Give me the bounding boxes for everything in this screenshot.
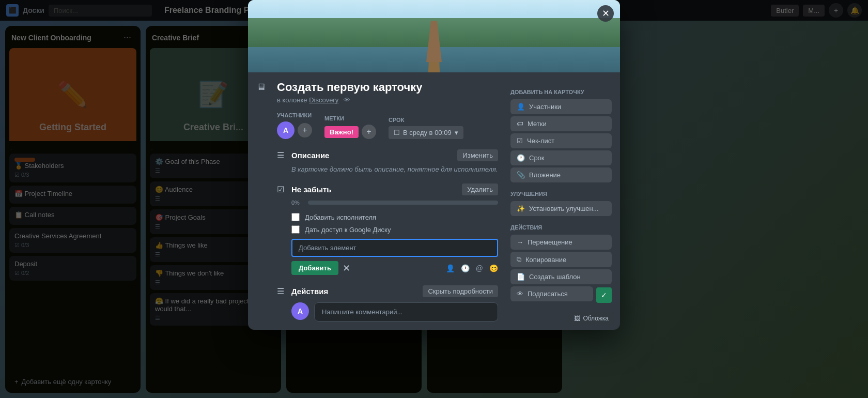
tag-icon: 🏷	[517, 120, 523, 128]
comment-input[interactable]	[314, 302, 498, 322]
subscribe-check-button[interactable]: ✓	[596, 287, 612, 303]
modal-overlay[interactable]: ✕ 🖼 Обложка 🖥 Создать первую карточку в …	[0, 0, 868, 398]
attachment-icon: 📎	[517, 171, 525, 179]
checklist-item-text-1: Добавить исполнителя	[305, 213, 376, 221]
add-participant-button[interactable]: +	[298, 123, 312, 137]
due-section: СРОК ☐ В среду в 00:09 ▾	[389, 117, 463, 139]
due-label: СРОК	[389, 117, 463, 123]
labels-value: Важно! +	[324, 125, 376, 139]
cancel-add-button[interactable]: ✕	[343, 263, 350, 274]
labels-button[interactable]: 🏷 Метки	[510, 116, 612, 131]
subtitle-prefix: в колонке	[277, 96, 307, 104]
important-tag[interactable]: Важно!	[324, 126, 359, 138]
improve-button[interactable]: ✨ Установить улучшен...	[510, 201, 612, 216]
chevron-down-icon: ▾	[455, 129, 458, 136]
due-label-sidebar: Срок	[529, 154, 545, 162]
move-icon: →	[517, 238, 523, 246]
template-icon: 📄	[517, 273, 525, 281]
members-label: Участники	[529, 103, 561, 111]
assign-icon[interactable]: 👤	[446, 264, 455, 272]
checklist-checkbox-2[interactable]	[291, 225, 300, 234]
at-icon[interactable]: @	[476, 264, 483, 272]
checklist-section: ☑ Не забыть Удалить 0%	[277, 183, 498, 275]
checklist-icon: ☑	[277, 185, 284, 194]
modal-body: 🖥 Создать первую карточку в колонке Disc…	[248, 72, 506, 330]
improve-icon: ✨	[517, 205, 525, 212]
labels-section: МЕТКИ Важно! +	[324, 115, 376, 139]
modal-sidebar: ДОБАВИТЬ НА КАРТОЧКУ 👤 Участники 🏷 Метки…	[506, 72, 620, 330]
modal-title: Создать первую карточку	[277, 81, 498, 94]
progress-bar-wrap: 0%	[291, 200, 498, 206]
cover-button-label: Обложка	[583, 315, 609, 322]
checklist-checkbox-1[interactable]	[291, 213, 300, 221]
due-date-button[interactable]: ☐ В среду в 00:09 ▾	[389, 126, 463, 139]
eye-icon: 👁	[344, 96, 350, 104]
cover-button[interactable]: 🖼 Обложка	[569, 312, 614, 325]
actions-section: ☰ Действия Скрыть подробности А	[277, 285, 498, 322]
actions-label: Действия	[291, 287, 328, 296]
avatar[interactable]: А	[277, 121, 295, 139]
modal-main: 🖥 Создать первую карточку в колонке Disc…	[248, 72, 506, 330]
checklist-icon-sidebar: ☑	[517, 137, 523, 145]
attachment-button[interactable]: 📎 Вложение	[510, 167, 612, 182]
progress-percent: 0%	[291, 200, 304, 206]
move-button[interactable]: → Перемещение	[510, 235, 612, 250]
add-label-button[interactable]: +	[362, 125, 376, 139]
labels-label: Метки	[528, 120, 547, 128]
checklist-label: Не забыть	[291, 185, 332, 194]
modal-cover-image	[248, 0, 620, 72]
actions-sidebar-label: ДЕЙСТВИЯ	[510, 224, 612, 231]
card-type-icon: 🖥	[256, 82, 266, 93]
clock-icon[interactable]: 🕐	[461, 264, 470, 272]
actions-icon: ☰	[277, 286, 284, 296]
modal-close-button[interactable]: ✕	[597, 5, 614, 22]
copy-icon: ⧉	[517, 255, 521, 264]
members-button[interactable]: 👤 Участники	[510, 99, 612, 114]
commenter-avatar: А	[291, 302, 309, 320]
participants-section: УЧАСТНИКИ А +	[277, 112, 312, 139]
checklist-button[interactable]: ☑ Чек-лист	[510, 133, 612, 148]
description-edit-button[interactable]: Изменить	[457, 149, 498, 161]
attachment-label: Вложение	[529, 171, 561, 179]
toggle-details-button[interactable]: Скрыть подробности	[423, 285, 498, 297]
add-item-input[interactable]	[291, 239, 498, 257]
description-text: В карточке должно быть описание, понятно…	[291, 165, 498, 173]
template-button[interactable]: 📄 Создать шаблон	[510, 269, 612, 284]
add-to-card-label: ДОБАВИТЬ НА КАРТОЧКУ	[510, 89, 612, 95]
column-link[interactable]: Discovery	[309, 96, 338, 104]
checklist-item-2: Дать доступ к Google Диску	[291, 223, 498, 236]
description-label: Описание	[291, 151, 329, 160]
due-date-sidebar-button[interactable]: 🕐 Срок	[510, 150, 612, 165]
improve-label: Установить улучшен...	[529, 205, 599, 212]
add-item-button[interactable]: Добавить	[291, 261, 338, 275]
subscribe-button[interactable]: 👁 Подписаться	[510, 286, 593, 301]
checklist-label: Чек-лист	[527, 137, 554, 145]
item-action-icons: 👤 🕐 @ 😊	[446, 264, 498, 272]
copy-button[interactable]: ⧉ Копирование	[510, 252, 612, 267]
description-header: Описание Изменить	[291, 149, 498, 161]
comment-area: А	[291, 302, 498, 322]
eye-icon-sidebar: 👁	[517, 290, 523, 298]
image-icon: 🖼	[574, 315, 580, 322]
template-label: Создать шаблон	[529, 273, 581, 281]
checklist-header: Не забыть Удалить	[291, 183, 498, 195]
checkbox-icon: ☐	[394, 129, 400, 136]
due-date-text: В среду в 00:09	[403, 129, 452, 136]
move-label: Перемещение	[528, 238, 572, 246]
subscribe-label: Подписаться	[528, 290, 568, 298]
participants-label: УЧАСТНИКИ	[277, 112, 312, 118]
modal-meta-row: УЧАСТНИКИ А + МЕТКИ Важно! +	[277, 112, 498, 139]
clock-icon-sidebar: 🕐	[517, 154, 525, 162]
checklist-item-1: Добавить исполнителя	[291, 211, 498, 223]
subscribe-row: 👁 Подписаться ✓	[510, 286, 612, 303]
description-section: ☰ Описание Изменить В карточке должно бы…	[277, 149, 498, 173]
copy-label: Копирование	[525, 256, 566, 264]
improvements-label: УЛУЧШЕНИЯ	[510, 191, 612, 197]
description-icon: ☰	[277, 150, 284, 160]
checklist-item-text-2: Дать доступ к Google Диску	[305, 226, 391, 234]
checklist-delete-button[interactable]: Удалить	[462, 183, 498, 195]
emoji-icon[interactable]: 😊	[489, 264, 498, 272]
card-modal: ✕ 🖼 Обложка 🖥 Создать первую карточку в …	[248, 0, 620, 330]
participants-value: А +	[277, 121, 312, 139]
labels-label: МЕТКИ	[324, 115, 376, 121]
